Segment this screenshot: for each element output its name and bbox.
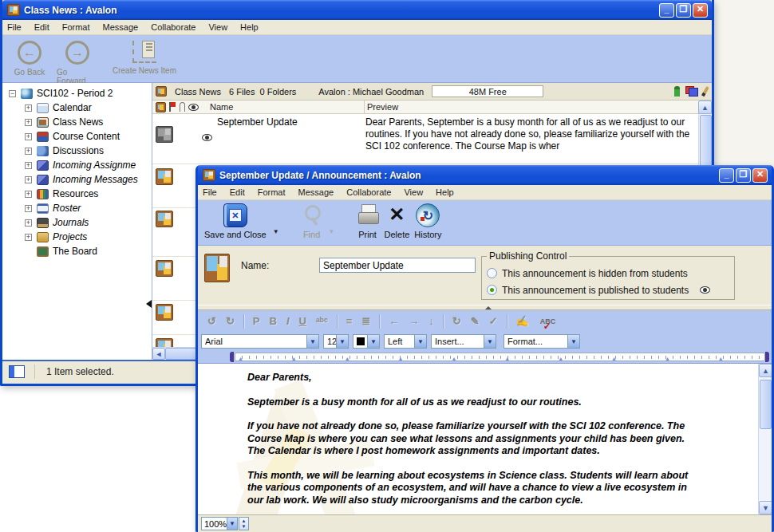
maximize-button[interactable]: ❐: [676, 3, 691, 18]
left-margin-marker[interactable]: [230, 352, 234, 362]
history-button[interactable]: ↻ History: [414, 203, 441, 239]
numbered-list-icon[interactable]: ≣: [361, 315, 370, 327]
view-mode-icon[interactable]: [685, 86, 698, 97]
font-family-select[interactable]: Arial ▼: [201, 334, 319, 349]
expand-icon[interactable]: +: [25, 205, 32, 212]
menu-edit[interactable]: Edit: [34, 22, 49, 32]
expand-icon[interactable]: +: [25, 148, 32, 155]
highlight-pen-icon[interactable]: ✎: [471, 315, 480, 327]
tree-root-sci102[interactable]: − SCI102 - Period 2: [2, 86, 152, 100]
expand-icon[interactable]: +: [25, 234, 32, 241]
decrease-indent-icon[interactable]: ←: [389, 315, 399, 327]
close-button[interactable]: ✕: [693, 3, 708, 18]
go-forward-button[interactable]: → Go Forward: [57, 38, 98, 85]
radio-option-hidden[interactable]: This announcement is hidden from student…: [487, 265, 729, 282]
font-size-select[interactable]: 12 ▼: [323, 334, 349, 349]
spinner-down-icon[interactable]: ▼: [242, 524, 247, 530]
dropdown-arrow-icon[interactable]: ▼: [367, 335, 379, 348]
tree-item-journals[interactable]: + Journals: [2, 215, 152, 230]
go-back-button[interactable]: ← Go Back: [9, 38, 50, 77]
collapse-icon[interactable]: −: [9, 90, 16, 97]
news-item-icon[interactable]: [156, 260, 173, 277]
expand-icon[interactable]: +: [25, 191, 32, 198]
panel-collapse-arrow[interactable]: [146, 300, 152, 308]
delete-button[interactable]: ✕ Delete: [385, 203, 410, 239]
radio-option-published[interactable]: This announcement is published to studen…: [487, 282, 729, 298]
tree-item-incoming-assignments[interactable]: + Incoming Assignme: [2, 158, 152, 172]
tree-item-calendar[interactable]: + Calendar: [2, 100, 152, 115]
create-news-item-button[interactable]: Create News Item: [105, 38, 184, 75]
expand-icon[interactable]: +: [25, 119, 32, 126]
menu-file[interactable]: File: [203, 187, 217, 197]
expand-icon[interactable]: +: [25, 219, 32, 227]
tree-item-resources[interactable]: + Resources: [2, 187, 152, 201]
approve-icon[interactable]: ✓: [489, 315, 498, 327]
expand-icon[interactable]: +: [25, 104, 32, 112]
right-margin-marker[interactable]: [765, 352, 769, 362]
tree-item-discussions[interactable]: + Discussions: [2, 144, 152, 158]
tree-item-course-content[interactable]: + Course Content: [2, 129, 152, 144]
scroll-down-button[interactable]: ▼: [759, 501, 772, 514]
subscript-icon[interactable]: ᵃᵇᶜ: [316, 315, 328, 327]
minimize-button[interactable]: _: [659, 3, 674, 18]
text-direction-icon[interactable]: ↓: [428, 315, 434, 327]
save-dropdown-arrow[interactable]: ▼: [273, 228, 279, 235]
ruler[interactable]: ▲ ▲ ▲ ▲ ▲ ▲ ▲ ▲ ▲ ▲ ▲ ▲ ▲ ▲ ▲ ▲ ▲ ▲ ▲ ▲: [198, 351, 772, 363]
name-column-header[interactable]: Name: [210, 102, 233, 112]
underline-icon[interactable]: U: [299, 315, 306, 327]
menu-help[interactable]: Help: [436, 187, 454, 197]
radio-button-unselected[interactable]: [487, 268, 497, 278]
name-input[interactable]: [319, 258, 476, 273]
expand-icon[interactable]: +: [25, 162, 32, 169]
menu-view[interactable]: View: [404, 187, 423, 197]
dropdown-arrow-icon[interactable]: ▼: [336, 335, 348, 348]
menu-edit[interactable]: Edit: [230, 187, 245, 197]
main-titlebar[interactable]: Class News : Avalon _ ❐ ✕: [2, 0, 712, 20]
scrollbar-thumb[interactable]: [760, 380, 772, 429]
flag-column-icon[interactable]: [169, 102, 176, 112]
close-button[interactable]: ✕: [752, 168, 768, 183]
item-type-column-icon[interactable]: [156, 102, 166, 112]
alignment-select[interactable]: Left ▼: [384, 334, 427, 349]
signature-icon[interactable]: ✍: [516, 315, 529, 327]
rotate-icon[interactable]: ↻: [452, 315, 461, 327]
tree-item-incoming-messages[interactable]: + Incoming Messages: [2, 172, 152, 187]
news-item-icon[interactable]: [156, 304, 173, 321]
dropdown-arrow-icon[interactable]: ▼: [414, 335, 426, 348]
italic-icon[interactable]: I: [286, 315, 290, 327]
menu-message[interactable]: Message: [298, 187, 334, 197]
scroll-up-button[interactable]: ▲: [698, 100, 712, 114]
spinner-up-icon[interactable]: ▲: [242, 518, 247, 524]
edit-permissions-icon[interactable]: [701, 86, 709, 97]
expand-icon[interactable]: +: [25, 176, 32, 183]
scroll-left-button[interactable]: ◄: [152, 348, 165, 360]
insert-select[interactable]: Insert... ▼: [431, 334, 496, 349]
menu-view[interactable]: View: [208, 22, 227, 32]
news-item-icon-selected[interactable]: [156, 126, 173, 143]
paragraph-style-icon[interactable]: P: [253, 315, 260, 327]
news-item-icon[interactable]: [156, 211, 173, 227]
maximize-button[interactable]: ❐: [736, 168, 751, 183]
menu-message[interactable]: Message: [103, 22, 139, 32]
scroll-up-button[interactable]: ▲: [759, 364, 772, 377]
news-item-preview[interactable]: Dear Parents, September is a busy month …: [365, 116, 705, 164]
font-color-select[interactable]: ▼: [353, 334, 380, 349]
news-item-name[interactable]: September Update: [217, 116, 298, 128]
menu-help[interactable]: Help: [240, 22, 259, 32]
pane-splitter[interactable]: [198, 305, 772, 310]
preview-column-header[interactable]: Preview: [364, 100, 398, 113]
dropdown-arrow-icon[interactable]: ▼: [306, 335, 318, 348]
spell-check-icon[interactable]: ABC: [540, 317, 556, 325]
undo-icon[interactable]: ↺: [207, 315, 216, 327]
menu-collaborate[interactable]: Collaborate: [151, 22, 195, 32]
increase-indent-icon[interactable]: →: [409, 315, 419, 327]
zoom-level-select[interactable]: 100% ▼: [201, 517, 238, 530]
redo-icon[interactable]: ↻: [226, 315, 235, 327]
menu-file[interactable]: File: [7, 22, 22, 32]
dropdown-arrow-icon[interactable]: ▼: [484, 335, 496, 348]
message-body-editor[interactable]: Dear Parents, September is a busy month …: [198, 363, 772, 514]
tree-item-roster[interactable]: + Roster: [2, 201, 152, 215]
bullet-list-icon[interactable]: ≡: [346, 315, 353, 327]
published-column-icon[interactable]: [188, 104, 199, 111]
dropdown-arrow-icon[interactable]: ▼: [567, 335, 579, 348]
